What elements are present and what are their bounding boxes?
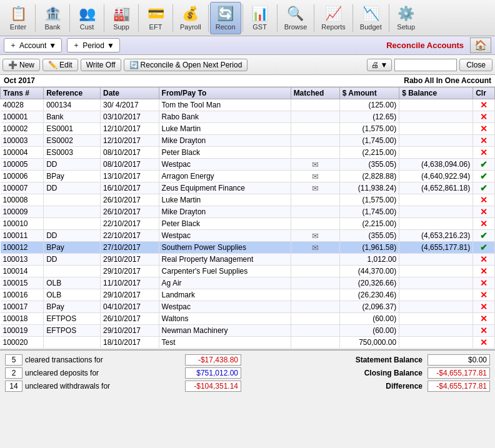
- cell-ref: BPay: [44, 301, 101, 313]
- account-dropdown[interactable]: ＋ Account ▼: [4, 38, 62, 52]
- cell-trans: 100016: [1, 289, 44, 301]
- cell-ref: [44, 218, 101, 230]
- table-row[interactable]: 100001 Bank 03/10/2017 Rabo Bank (12.65)…: [1, 111, 495, 123]
- cell-matched: ✉: [291, 159, 339, 171]
- cell-balance: [399, 135, 473, 147]
- table-row[interactable]: 100008 26/10/2017 Luke Martin (1,575.00)…: [1, 194, 495, 206]
- table-row[interactable]: 100005 DD 08/10/2017 Westpac ✉ (355.05) …: [1, 159, 495, 171]
- cell-date: 22/10/2017: [100, 230, 159, 242]
- cell-trans: 100010: [1, 218, 44, 230]
- cell-clr: ✕: [473, 135, 495, 147]
- cell-trans: 40028: [1, 99, 44, 111]
- cell-amount: (2,215.00): [339, 147, 399, 159]
- cell-amount: 1,012.00: [339, 254, 399, 266]
- table-row[interactable]: 40028 000134 30/ 4/2017 Tom the Tool Man…: [1, 99, 495, 111]
- table-row[interactable]: 100010 22/10/2017 Peter Black (2,215.00)…: [1, 218, 495, 230]
- toolbar-enter[interactable]: 📋 Enter: [2, 2, 34, 34]
- cell-amount: (12.65): [339, 111, 399, 123]
- table-row[interactable]: 100018 EFTPOS 26/10/2017 Waltons (60.00)…: [1, 313, 495, 325]
- toolbar-supp[interactable]: 🏭 Supp: [106, 2, 137, 34]
- table-row[interactable]: 100004 ES0003 08/10/2017 Peter Black (2,…: [1, 147, 495, 159]
- plus-icon: ＋: [9, 40, 17, 51]
- cell-matched: [291, 194, 339, 206]
- close-button[interactable]: Close: [459, 59, 492, 71]
- table-row[interactable]: 100011 DD 22/10/2017 Westpac ✉ (355.05) …: [1, 230, 495, 242]
- cell-clr: ✕: [473, 313, 495, 325]
- difference-row: Difference -$4,655,177.81: [254, 381, 490, 392]
- cell-ref: DD: [44, 159, 101, 171]
- search-input[interactable]: [394, 59, 457, 71]
- cell-ref: [44, 206, 101, 218]
- table-row[interactable]: 100003 ES0002 12/10/2017 Mike Drayton (1…: [1, 135, 495, 147]
- cell-trans: 100019: [1, 325, 44, 337]
- reconcile-open-button[interactable]: 🔄 Reconcile & Open Next Period: [124, 59, 248, 71]
- cell-amount: (1,575.00): [339, 194, 399, 206]
- cell-amount: (125.00): [339, 99, 399, 111]
- toolbar-gst[interactable]: 📊 GST: [244, 2, 276, 34]
- matched-icon: ✉: [312, 231, 319, 241]
- cell-clr: ✔: [473, 159, 495, 171]
- cell-clr: ✔: [473, 230, 495, 242]
- cell-matched: [291, 123, 339, 135]
- table-row[interactable]: 100014 29/10/2017 Carpenter's Fuel Suppl…: [1, 266, 495, 277]
- cell-from-to: Carpenter's Fuel Supplies: [159, 266, 291, 277]
- table-row[interactable]: 100017 BPay 04/10/2017 Westpac (2,096.37…: [1, 301, 495, 313]
- cell-clr: ✕: [473, 147, 495, 159]
- toolbar-browse-label: Browse: [284, 23, 308, 31]
- reports-icon: 📈: [325, 6, 342, 22]
- table-row[interactable]: 100009 26/10/2017 Mike Drayton (1,745.00…: [1, 206, 495, 218]
- footer-summary: 5 cleared transactions for -$17,438.80 2…: [0, 349, 495, 397]
- table-row[interactable]: 100013 DD 29/10/2017 Real Property Manag…: [1, 254, 495, 266]
- cell-date: 29/10/2017: [100, 289, 159, 301]
- cell-ref: [44, 266, 101, 277]
- uncleared-deposits-label: uncleared deposits for: [25, 369, 185, 377]
- toolbar-bank[interactable]: 🏦 Bank: [37, 2, 68, 34]
- cell-date: 03/10/2017: [100, 111, 159, 123]
- print-button[interactable]: 🖨 ▼: [367, 59, 392, 71]
- cell-ref: ES0001: [44, 123, 101, 135]
- table-row[interactable]: 100012 BPay 27/10/2017 Southern Power Su…: [1, 242, 495, 254]
- cell-clr: ✕: [473, 194, 495, 206]
- matched-icon: ✉: [312, 243, 319, 252]
- toolbar-payroll[interactable]: 💰 Payroll: [174, 2, 207, 34]
- period-dropdown[interactable]: ＋ Period ▼: [67, 38, 120, 52]
- new-button[interactable]: ➕ New: [2, 59, 40, 71]
- toolbar-setup[interactable]: ⚙️ Setup: [391, 2, 422, 34]
- toolbar-reports[interactable]: 📈 Reports: [316, 2, 351, 34]
- cell-balance: [399, 218, 473, 230]
- cell-trans: 100007: [1, 182, 44, 194]
- uncleared-withdrawals-row: 14 uncleared withdrawals for -$104,351.1…: [5, 381, 241, 392]
- cell-trans: 100006: [1, 171, 44, 182]
- cell-date: 29/10/2017: [100, 266, 159, 277]
- toolbar-recon-label: Recon: [216, 23, 236, 31]
- bank-icon: 🏦: [44, 6, 61, 22]
- cell-amount: (1,961.58): [339, 242, 399, 254]
- cell-date: 27/10/2017: [100, 242, 159, 254]
- cell-balance: [399, 313, 473, 325]
- transactions-table-container[interactable]: Trans # Reference Date From/Pay To Match…: [0, 87, 495, 349]
- table-row[interactable]: 100002 ES0001 12/10/2017 Luke Martin (1,…: [1, 123, 495, 135]
- write-off-button[interactable]: Write Off: [81, 59, 121, 71]
- cell-matched: [291, 111, 339, 123]
- table-row[interactable]: 100020 18/10/2017 Test 750,000.00 ✕: [1, 337, 495, 349]
- home-button[interactable]: 🏠: [470, 37, 491, 53]
- toolbar-recon[interactable]: 🔄 Recon: [210, 2, 241, 34]
- toolbar-cust[interactable]: 👥 Cust: [71, 2, 102, 34]
- toolbar-eft[interactable]: 💳 EFT: [140, 2, 171, 34]
- table-row[interactable]: 100015 OLB 11/10/2017 Ag Air (20,326.66)…: [1, 277, 495, 289]
- transactions-table: Trans # Reference Date From/Pay To Match…: [0, 87, 495, 349]
- cell-from-to: Westpac: [159, 301, 291, 313]
- cell-clr: ✕: [473, 301, 495, 313]
- cell-amount: (1,745.00): [339, 206, 399, 218]
- table-row[interactable]: 100007 DD 16/10/2017 Zeus Equipment Fina…: [1, 182, 495, 194]
- cell-trans: 100020: [1, 337, 44, 349]
- table-row[interactable]: 100006 BPay 13/10/2017 Arragon Energy ✉ …: [1, 171, 495, 182]
- cell-from-to: Ag Air: [159, 277, 291, 289]
- table-row[interactable]: 100019 EFTPOS 29/10/2017 Newman Machiner…: [1, 325, 495, 337]
- toolbar-budget[interactable]: 📉 Budget: [354, 2, 388, 34]
- edit-button[interactable]: ✏️ Edit: [42, 59, 78, 71]
- cell-trans: 100013: [1, 254, 44, 266]
- table-row[interactable]: 100016 OLB 29/10/2017 Landmark (26,230.4…: [1, 289, 495, 301]
- divider-8: [277, 4, 278, 32]
- toolbar-browse[interactable]: 🔍 Browse: [279, 2, 313, 34]
